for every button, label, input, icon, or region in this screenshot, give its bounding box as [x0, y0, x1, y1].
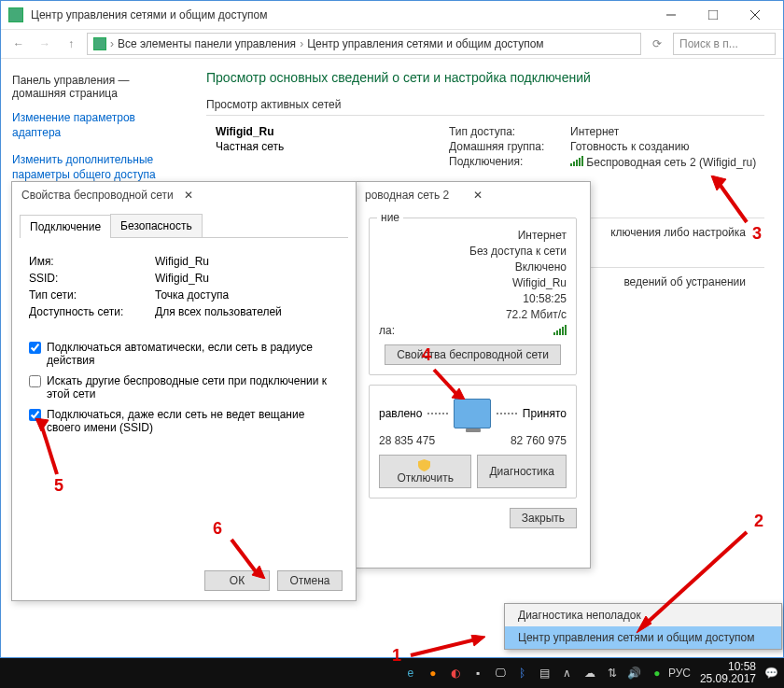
tray-icon[interactable]: ▤: [538, 666, 553, 681]
maximize-button[interactable]: [692, 1, 734, 29]
avail-label: Доступность сети:: [29, 305, 155, 318]
edge-icon[interactable]: e: [403, 666, 418, 681]
speed-value: 72.2 Мбит/с: [506, 308, 567, 321]
disable-button[interactable]: Отключить: [379, 455, 471, 488]
chevron-up-icon[interactable]: ∧: [560, 666, 575, 681]
bytes-sent: 28 835 475: [379, 434, 435, 447]
volume-icon[interactable]: 🔊: [627, 666, 642, 681]
clock[interactable]: 10:5825.09.2017: [700, 661, 756, 685]
close-button[interactable]: [734, 1, 776, 29]
hidden-ssid-checkbox[interactable]: Подключаться, даже если сеть не ведет ве…: [29, 408, 339, 434]
monitor-icon[interactable]: 🖵: [493, 666, 508, 681]
name-value: Wifigid_Ru: [155, 255, 209, 268]
media-state: Включено: [515, 260, 567, 274]
wifi-icon[interactable]: ⇅: [605, 666, 620, 681]
ipv4-value: Интернет: [518, 229, 567, 242]
main-titlebar: Центр управления сетями и общим доступом: [1, 1, 783, 29]
tab-security[interactable]: Безопасность: [110, 214, 203, 237]
forward-button[interactable]: →: [35, 34, 55, 54]
homegroup-label: Домашняя группа:: [449, 140, 570, 153]
svg-rect-1: [708, 10, 718, 20]
signal-icon: [570, 155, 583, 166]
ssid-label: SSID:: [29, 272, 155, 285]
bluetooth-icon[interactable]: ᛒ: [515, 666, 530, 681]
tab-connection[interactable]: Подключение: [20, 215, 111, 238]
refresh-button[interactable]: ⟳: [647, 34, 667, 54]
ssid-value: Wifigid_Ru: [512, 276, 567, 289]
network-type: Частная сеть: [216, 140, 412, 153]
breadcrumb[interactable]: › Все элементы панели управления › Центр…: [87, 33, 641, 55]
back-button[interactable]: ←: [8, 34, 29, 54]
onedrive-icon[interactable]: ☁: [582, 666, 597, 681]
access-label: Тип доступа:: [449, 125, 570, 138]
breadcrumb-leaf[interactable]: Центр управления сетями и общим доступом: [307, 37, 544, 50]
sidebar-header: Панель управления — домашняя страница: [12, 74, 176, 100]
recv-label: Принято: [523, 407, 567, 420]
avail-value: Для всех пользователей: [155, 305, 282, 318]
auto-connect-checkbox[interactable]: Подключаться автоматически, если сеть в …: [29, 341, 339, 367]
tray-icon[interactable]: ▪: [470, 666, 485, 681]
chrome-icon[interactable]: ◐: [448, 666, 463, 681]
page-title: Просмотр основных сведений о сети и наст…: [206, 70, 764, 85]
connection-link[interactable]: Беспроводная сеть 2 (Wifigid_ru): [570, 155, 756, 169]
nettype-label: Тип сети:: [29, 288, 155, 302]
ipv6-value: Без доступа к сети: [469, 245, 567, 258]
wireless-properties-button[interactable]: Свойства беспроводной сети: [385, 344, 561, 365]
cancel-button[interactable]: Отмена: [277, 570, 343, 591]
control-panel-icon: [8, 7, 23, 22]
breadcrumb-root[interactable]: Все элементы панели управления: [118, 37, 296, 50]
connections-label: Подключения:: [449, 155, 570, 169]
up-button[interactable]: ↑: [61, 34, 81, 54]
props-title: Свойства беспроводной сети: [21, 189, 184, 202]
search-input[interactable]: Поиск в п...: [673, 33, 776, 55]
active-networks-header: Просмотр активных сетей: [206, 98, 341, 111]
sidebar-link-sharing[interactable]: Изменить дополнительные параметры общего…: [12, 153, 176, 182]
nettype-value: Точка доступа: [155, 288, 229, 302]
close-icon[interactable]: ✕: [184, 189, 346, 202]
props-titlebar: Свойства беспроводной сети ✕: [12, 182, 356, 208]
diagnostics-button[interactable]: Диагностика: [477, 455, 567, 488]
control-panel-icon: [93, 37, 106, 50]
access-value: Интернет: [570, 125, 619, 138]
menu-diagnostics[interactable]: Диагностика неполадок: [505, 604, 781, 626]
close-status-button[interactable]: Закрыть: [510, 508, 577, 528]
ssid-value: Wifigid_Ru: [155, 272, 209, 285]
ok-button[interactable]: ОК: [204, 570, 270, 591]
network-name: Wifigid_Ru: [216, 125, 412, 138]
sidebar-link-adapter[interactable]: Изменение параметров адаптера: [12, 111, 176, 140]
connection-group-label: ние: [377, 211, 403, 224]
tray-context-menu: Диагностика неполадок Центр управления с…: [504, 603, 782, 650]
signal-label: ла:: [379, 324, 395, 337]
name-label: Имя:: [29, 255, 155, 268]
status-title: роводная сеть 2: [365, 189, 473, 202]
firefox-icon[interactable]: ●: [426, 666, 441, 681]
skype-icon[interactable]: ●: [650, 666, 665, 681]
sent-label: равлено: [379, 407, 422, 420]
homegroup-link[interactable]: Готовность к созданию: [570, 140, 689, 153]
bytes-recv: 82 760 975: [511, 434, 567, 447]
activity-icon: [454, 399, 491, 428]
close-icon[interactable]: ✕: [473, 189, 581, 202]
taskbar: e ● ◐ ▪ 🖵 ᛒ ▤ ∧ ☁ ⇅ 🔊 ● РУС 10:5825.09.2…: [0, 658, 784, 688]
notifications-icon[interactable]: 💬: [763, 666, 778, 681]
menu-network-center[interactable]: Центр управления сетями и общим доступом: [505, 626, 781, 649]
search-other-checkbox[interactable]: Искать другие беспроводные сети при подк…: [29, 374, 339, 400]
duration-value: 10:58:25: [523, 292, 567, 305]
status-titlebar: роводная сеть 2 ✕: [356, 182, 590, 208]
window-title: Центр управления сетями и общим доступом: [31, 8, 650, 21]
language-indicator[interactable]: РУС: [672, 666, 687, 681]
signal-bars-icon: [553, 324, 567, 335]
minimize-button[interactable]: [650, 1, 692, 29]
